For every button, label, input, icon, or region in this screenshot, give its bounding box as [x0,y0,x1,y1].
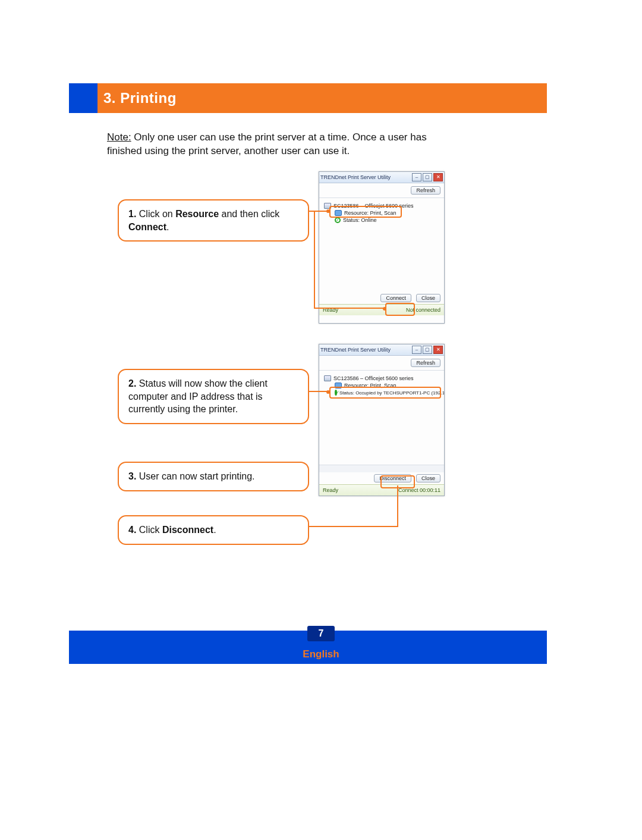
note-label: Note: [107,131,131,143]
resource-label: Resource: Print, Scan [344,210,396,216]
resource-row[interactable]: Resource: Print, Scan [324,383,439,388]
resource-row[interactable]: Resource: Print, Scan [324,210,439,216]
close-button[interactable]: Close [416,294,440,302]
resource-icon [335,210,342,216]
device-label: SC123586 – Officejet 5600 series [333,203,413,209]
intro-text: Only one user can use the print server a… [107,131,427,156]
connector-line [397,485,398,527]
page-number-chip: 7 [307,626,335,641]
step-number: 1. [128,209,136,219]
close-button[interactable]: Close [416,474,440,482]
window-title: TRENDnet Print Server Utility [320,174,391,180]
window-title: TRENDnet Print Server Utility [320,347,391,353]
status-ok-icon [335,217,341,223]
close-icon[interactable]: ✕ [433,173,443,181]
status-right: Connect 00:00:11 [398,487,440,493]
status-ok-icon [335,390,337,396]
printer-icon [324,203,331,209]
maximize-icon[interactable]: ▢ [423,346,432,354]
statusbar: Ready Connect 00:00:11 [319,484,444,496]
minimize-icon[interactable]: – [412,173,421,181]
refresh-button[interactable]: Refresh [411,186,440,195]
status-label: Status: Online [343,217,377,223]
connector-line [309,391,328,392]
statusbar: Ready Not connected [319,304,444,315]
titlebar: TRENDnet Print Server Utility – ▢ ✕ [319,172,444,183]
step-callout-2: 2. Status will now show the client compu… [118,369,309,424]
maximize-icon[interactable]: ▢ [423,173,432,181]
device-row[interactable]: SC123586 – Officejet 5600 series [324,375,439,381]
status-left: Ready [323,487,338,493]
titlebar: TRENDnet Print Server Utility – ▢ ✕ [319,344,444,356]
resource-label: Resource: Print, Scan [344,383,396,388]
device-tree: SC123586 – Officejet 5600 series Resourc… [319,371,444,465]
disconnect-button[interactable]: Disconnect [374,474,411,482]
section-number: 3. [103,90,116,106]
scrollbar[interactable] [319,465,444,472]
minimize-icon[interactable]: – [412,346,421,354]
status-right: Not connected [406,307,440,313]
step-number: 3. [128,471,136,481]
step-callout-3: 3. User can now start printing. [118,462,309,491]
print-server-utility-window-1: TRENDnet Print Server Utility – ▢ ✕ Refr… [319,171,445,324]
toolbar: Refresh [319,356,444,371]
connector-line [309,211,328,212]
connector-line [314,308,384,309]
button-bar: Disconnect Close [319,472,444,484]
device-row[interactable]: SC123586 – Officejet 5600 series [324,203,439,209]
toolbar: Refresh [319,183,444,198]
step-number: 2. [128,378,136,388]
close-icon[interactable]: ✕ [433,346,443,354]
status-row: Status: Occupied by TECHSUPPORT1-PC (192… [324,390,439,396]
heading-blue-chip [69,83,97,113]
section-title: 3. Printing [103,90,177,106]
refresh-button[interactable]: Refresh [411,359,440,367]
section-name: Printing [120,90,177,106]
button-bar: Connect Close [319,292,444,304]
connector-line [314,212,315,308]
intro-paragraph: Note: Only one user can use the print se… [107,131,440,158]
footer-language: English [303,648,339,660]
step-number: 4. [128,525,136,535]
page-number: 7 [319,628,324,639]
device-label: SC123586 – Officejet 5600 series [333,375,413,381]
status-row: Status: Online [324,217,439,223]
connect-button[interactable]: Connect [380,294,411,302]
print-server-utility-window-2: TRENDnet Print Server Utility – ▢ ✕ Refr… [319,344,445,496]
printer-icon [324,375,331,381]
device-tree: SC123586 – Officejet 5600 series Resourc… [319,198,444,292]
resource-icon [335,383,342,388]
step-callout-4: 4. Click Disconnect. [118,515,309,545]
status-label: Status: Occupied by TECHSUPPORT1-PC (192… [339,390,444,396]
step-callout-1: 1. Click on Resource and then click Conn… [118,199,309,242]
connector-line [309,526,398,527]
section-heading-bar: 3. Printing [69,83,547,113]
